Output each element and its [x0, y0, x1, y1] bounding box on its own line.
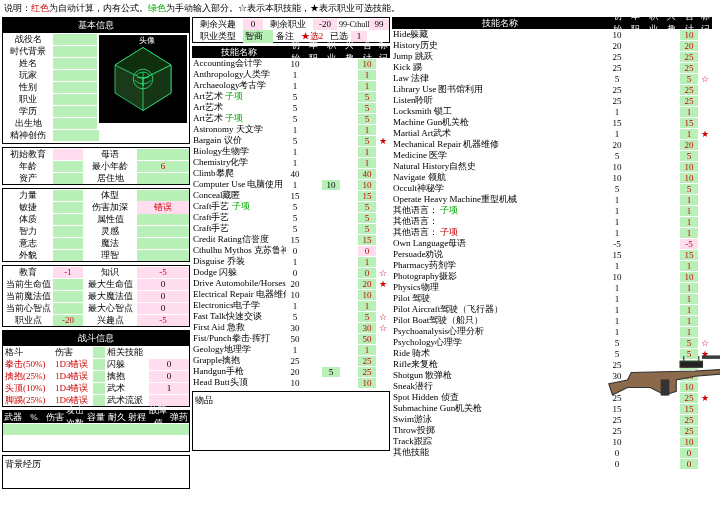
skills-list-b: Hide躲藏1010History历史2020Jump 跳跃2525Kick 踢… — [392, 29, 712, 469]
age-panel: 初始教育母语年龄最小年龄6资产居住地 — [2, 147, 190, 185]
weapon-cell[interactable] — [3, 424, 189, 435]
left-column: 基本信息 头像 战役名时代背景姓名玩家性别职业学历出生地精神创伤 初始教育母语年… — [2, 17, 190, 492]
portrait-box[interactable]: 头像 — [99, 35, 187, 123]
attributes-panel: 力量体型敏捷伤害加深错误体质属性值智力灵感意志魔法外貌理智 — [2, 188, 190, 262]
skills-list-a: Accounting会计学1010Anthropology人类学11Archae… — [192, 58, 390, 388]
weapons-header: 武器%伤害攻击次数容量耐久射程故障值弹药 — [3, 411, 189, 423]
skill-row: 其他技能00 — [392, 447, 712, 458]
basic-info-panel: 基本信息 头像 战役名时代背景姓名玩家性别职业学历出生地精神创伤 — [2, 17, 190, 144]
history-panel: 背景经历 — [2, 455, 190, 489]
weapons-panel: 武器%伤害攻击次数容量耐久射程故障值弹药 — [2, 410, 190, 452]
combat-panel: 战斗信息 格斗伤害相关技能拳击(50%)1D3错误闪躲0擒抱(25%)1D4错误… — [2, 330, 190, 407]
skill-row: 00 — [392, 458, 712, 469]
items-panel: 物品 — [192, 391, 390, 451]
mythos-val: 99 — [369, 19, 389, 30]
dice-icon — [108, 44, 178, 114]
remain-occ: -20 — [313, 19, 337, 30]
skill-row: Head Butt头顶1010 — [192, 377, 390, 388]
basic-info-header: 基本信息 — [3, 18, 189, 33]
combat-header: 战斗信息 — [3, 331, 189, 346]
education-panel: 教育-1知识-5当前生命值最大生命值0当前魔法值最大魔法值0当前心智点最大心智点… — [2, 265, 190, 327]
middle-column: 剩余兴趣0 剩余职业-20 99-Cthulhu神话99 职业类型智商 备注 ★… — [192, 17, 390, 492]
right-column: 技能名称 初始本职职业兴趣合计标记 Hide躲藏1010History历史202… — [392, 17, 712, 492]
remain-int: 0 — [243, 19, 263, 30]
